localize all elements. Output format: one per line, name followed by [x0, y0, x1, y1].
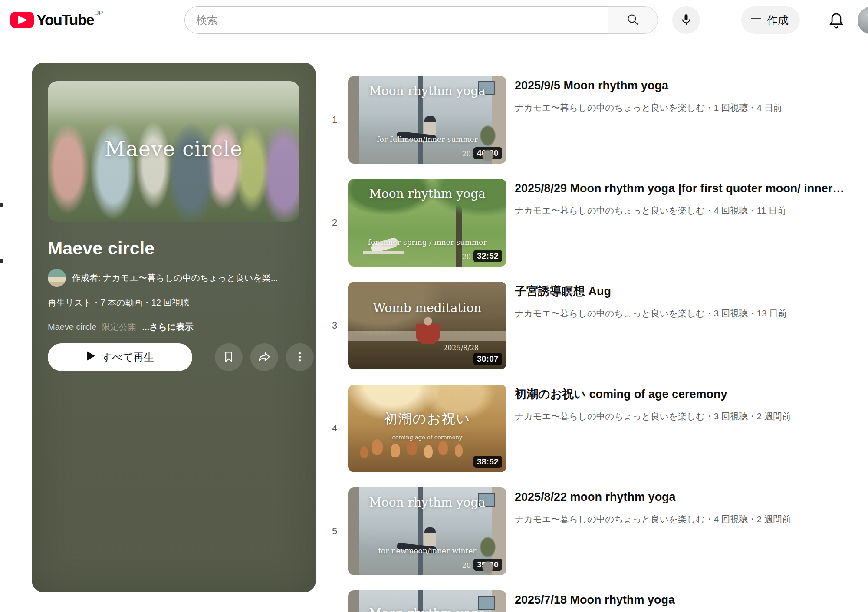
share-icon [257, 350, 271, 365]
thumbnail-overlay-subtitle: coming age of ceremony [348, 434, 506, 441]
duration-badge: 40:30 [473, 147, 502, 159]
search-icon [626, 13, 640, 28]
visibility-badge: 限定公開 [102, 322, 136, 332]
playlist-video-list: 1 Moon rhythm yoga for fullmoon/inner su… [321, 76, 868, 612]
playlist-stats: 再生リスト・7 本の動画・12 回視聴 [48, 297, 189, 309]
video-row[interactable]: 2 Moon rhythm yoga for inner spring / in… [321, 179, 868, 267]
video-thumbnail[interactable]: Moon rhythm yoga for inner spring / inne… [348, 179, 506, 267]
video-title[interactable]: 2025/9/5 Moon rhythm yoga [515, 79, 865, 93]
share-button[interactable] [250, 343, 278, 371]
video-title[interactable]: 初潮のお祝い coming of age ceremony [515, 387, 865, 402]
thumbnail-overlay-date: 20 [462, 253, 471, 261]
video-index: 4 [321, 423, 348, 434]
video-thumbnail[interactable]: Womb meditation 2025/8/28 30:07 [348, 282, 506, 369]
video-meta[interactable]: ナカモエ〜暮らしの中のちょっと良いを楽しむ・4 回視聴・2 週間前 [515, 513, 865, 525]
playlist-description: Maeve circle 限定公開 ...さらに表示 [48, 321, 193, 333]
video-meta[interactable]: ナカモエ〜暮らしの中のちょっと良いを楽しむ・3 回視聴・13 日前 [515, 307, 865, 319]
play-all-label: すべて再生 [102, 350, 155, 364]
video-index: 3 [321, 320, 348, 331]
video-info: 子宮誘導瞑想 Aug ナカモエ〜暮らしの中のちょっと良いを楽しむ・3 回視聴・1… [515, 282, 865, 319]
video-thumbnail[interactable]: 初潮のお祝い coming age of ceremony 38:52 [348, 385, 506, 472]
topbar: YouTube JP 作成 [0, 0, 868, 42]
play-all-button[interactable]: すべて再生 [48, 343, 192, 371]
duration-badge: 35:30 [473, 559, 502, 571]
video-info: 2025/7/18 Moon rhythm yoga [515, 590, 865, 612]
thumbnail-overlay-title: 初潮のお祝い [348, 410, 506, 428]
thumbnail-overlay-title: Womb meditation [348, 301, 506, 315]
youtube-logo[interactable]: YouTube JP [10, 12, 103, 28]
create-button-label: 作成 [767, 13, 789, 27]
create-button[interactable]: 作成 [741, 6, 800, 34]
plus-icon [750, 13, 762, 27]
youtube-play-icon [10, 12, 34, 28]
creator-name[interactable]: 作成者: ナカモエ〜暮らしの中のちょっと良いを楽... [72, 272, 278, 284]
video-index: 5 [321, 526, 348, 537]
video-title[interactable]: 2025/8/22 moon rhythm yoga [515, 490, 865, 505]
video-title[interactable]: 2025/7/18 Moon rhythm yoga [515, 593, 865, 608]
bell-icon [827, 11, 846, 32]
window-edge-artifact [0, 203, 3, 207]
search-box [184, 6, 658, 34]
video-title[interactable]: 2025/8/29 Moon rhythm yoga |for first qu… [515, 181, 865, 196]
video-meta[interactable]: ナカモエ〜暮らしの中のちょっと良いを楽しむ・4 回視聴・11 日前 [515, 204, 865, 217]
video-title[interactable]: 子宮誘導瞑想 Aug [515, 284, 865, 299]
mic-button[interactable] [672, 6, 700, 34]
video-row[interactable]: Moon rhythm yoga 2025/7/18 Moon rhythm y… [321, 590, 868, 612]
search-button[interactable] [608, 6, 658, 34]
mic-icon [680, 13, 693, 27]
video-info: 2025/8/22 moon rhythm yoga ナカモエ〜暮らしの中のちょ… [515, 487, 865, 525]
hero-overlay-title: Maeve circle [48, 137, 299, 161]
play-icon [86, 351, 95, 364]
video-thumbnail[interactable]: Moon rhythm yoga [348, 590, 506, 612]
video-row[interactable]: 3 Womb meditation 2025/8/28 30:07 子宮誘導瞑想… [321, 282, 868, 369]
show-more-link[interactable]: ...さらに表示 [142, 322, 193, 332]
thumbnail-overlay-title: Moon rhythm yoga [348, 84, 506, 98]
creator-avatar[interactable] [48, 269, 66, 287]
description-text: Maeve circle [48, 322, 96, 332]
creator-row[interactable]: 作成者: ナカモエ〜暮らしの中のちょっと良いを楽... [48, 269, 302, 287]
video-info: 2025/9/5 Moon rhythm yoga ナカモエ〜暮らしの中のちょっ… [515, 76, 865, 114]
search-input[interactable] [184, 6, 608, 34]
save-icon [222, 350, 235, 365]
playlist-title: Maeve circle [48, 238, 155, 259]
video-meta[interactable]: ナカモエ〜暮らしの中のちょっと良いを楽しむ・3 回視聴・2 週間前 [515, 410, 865, 422]
video-index: 1 [321, 114, 348, 125]
video-index: 2 [321, 217, 348, 228]
country-code: JP [95, 9, 103, 16]
thumbnail-overlay-date: 20 [462, 150, 471, 158]
more-icon [293, 350, 306, 365]
video-row[interactable]: 4 初潮のお祝い coming age of ceremony 38:52 初潮… [321, 385, 868, 472]
thumbnail-overlay-title: Moon rhythm yoga [348, 495, 506, 510]
save-playlist-button[interactable] [215, 343, 243, 371]
youtube-playlist-page: { "colors": { "brand_red": "#FF0033", "p… [0, 0, 868, 612]
thumbnail-overlay-date: 20 [462, 561, 471, 569]
thumbnail-overlay-subtitle: for fullmoon/inner summer [348, 135, 506, 144]
duration-badge: 30:07 [473, 353, 502, 365]
duration-badge: 38:52 [473, 456, 502, 468]
window-edge-artifact [0, 259, 3, 263]
thumbnail-overlay-title: Moon rhythm yoga [348, 606, 506, 612]
youtube-wordmark: YouTube [36, 12, 94, 28]
notifications-button[interactable] [824, 9, 848, 33]
thumbnail-overlay-title: Moon rhythm yoga [348, 187, 506, 201]
video-meta[interactable]: ナカモエ〜暮らしの中のちょっと良いを楽しむ・1 回視聴・4 日前 [515, 102, 865, 114]
video-thumbnail[interactable]: Moon rhythm yoga for fullmoon/inner summ… [348, 76, 506, 164]
thumbnail-overlay-subtitle: for newmoon/inner winter [348, 546, 506, 555]
duration-badge: 32:52 [473, 250, 502, 262]
thumbnail-overlay-date: 2025/8/28 [443, 344, 479, 352]
video-row[interactable]: 1 Moon rhythm yoga for fullmoon/inner su… [321, 76, 868, 164]
account-avatar[interactable] [858, 7, 868, 34]
video-info: 初潮のお祝い coming of age ceremony ナカモエ〜暮らしの中… [515, 385, 865, 422]
video-info: 2025/8/29 Moon rhythm yoga |for first qu… [515, 179, 865, 217]
playlist-panel: Maeve circle Maeve circle 作成者: ナカモエ〜暮らしの… [32, 63, 316, 592]
thumbnail-overlay-subtitle: for inner spring / inner summer [348, 238, 506, 247]
more-actions-button[interactable] [286, 343, 314, 371]
video-thumbnail[interactable]: Moon rhythm yoga for newmoon/inner winte… [348, 487, 506, 575]
playlist-hero-image[interactable]: Maeve circle [48, 81, 299, 222]
video-row[interactable]: 5 Moon rhythm yoga for newmoon/inner win… [321, 487, 868, 575]
